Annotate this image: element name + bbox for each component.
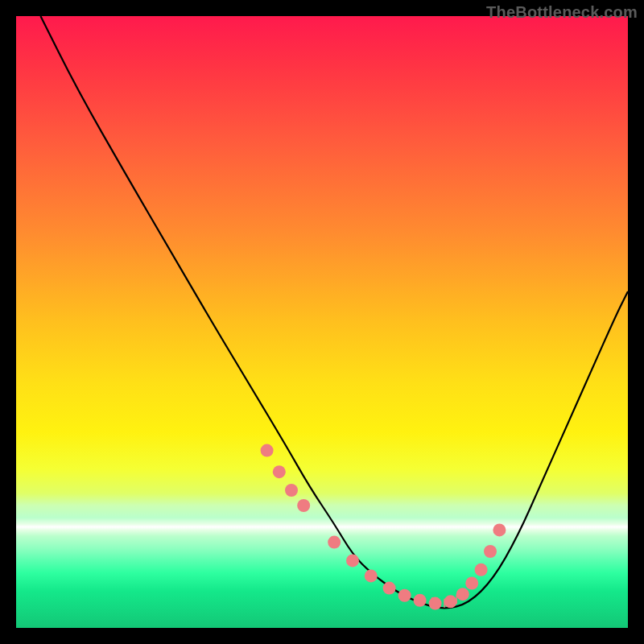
attribution-label: TheBottleneck.com — [486, 3, 638, 22]
marker-dot — [273, 465, 286, 478]
marker-dot — [365, 569, 378, 582]
chart-container: TheBottleneck.com — [0, 0, 644, 644]
marker-dot — [297, 499, 310, 512]
marker-dot — [475, 564, 488, 576]
marker-dot — [484, 545, 497, 558]
marker-dot — [429, 597, 442, 610]
chart-overlay — [16, 16, 628, 628]
marker-dot — [285, 484, 298, 497]
marker-dot — [398, 589, 411, 602]
marker-dot — [383, 582, 396, 595]
marker-dot — [456, 588, 469, 601]
marker-dot — [444, 595, 457, 608]
bottleneck-curve — [40, 16, 628, 608]
marker-dot — [328, 536, 341, 549]
highlight-markers — [261, 444, 506, 610]
marker-dot — [465, 577, 478, 590]
marker-dot — [346, 554, 359, 567]
marker-dot — [261, 444, 274, 457]
marker-dot — [493, 523, 506, 536]
